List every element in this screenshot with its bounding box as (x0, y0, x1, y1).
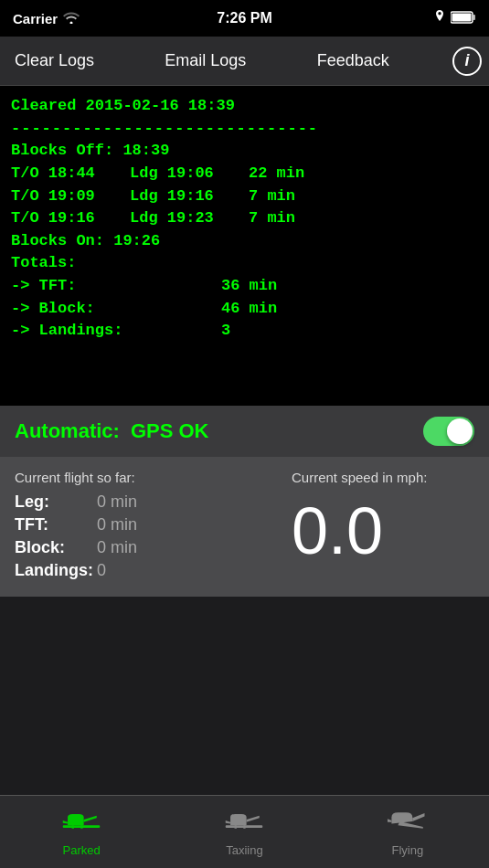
log-ldg-1: Ldg 19:06 (130, 163, 249, 185)
automatic-label: Automatic: (15, 419, 120, 443)
automatic-section: Automatic: GPS OK (0, 406, 489, 457)
clear-logs-button[interactable]: Clear Logs (7, 46, 101, 76)
parked-icon (61, 808, 101, 840)
log-block-value: 46 min (221, 298, 277, 321)
flight-info-section: Current flight so far: Leg: 0 min TFT: 0… (0, 457, 489, 597)
log-tft-row: -> TFT: 36 min (11, 275, 478, 298)
speed-label: Current speed in mph: (292, 470, 427, 485)
landings-label: Landings: (15, 561, 97, 580)
block-value: 0 min (97, 538, 137, 557)
tab-taxiing[interactable]: Taxiing (189, 808, 299, 857)
carrier-text: Carrier (13, 11, 58, 26)
automatic-toggle[interactable] (423, 417, 474, 446)
log-block-row: -> Block: 46 min (11, 298, 478, 321)
wifi-icon (63, 11, 80, 26)
block-label: Block: (15, 538, 97, 557)
log-tft-label: -> TFT: (11, 275, 221, 298)
status-left: Carrier (13, 11, 80, 26)
log-blocks-on: Blocks On: 19:26 (11, 230, 478, 253)
log-to-1: T/O 18:44 (11, 163, 130, 185)
svg-rect-1 (473, 15, 476, 20)
speed-value: 0.0 (292, 498, 383, 564)
log-tft-value: 36 min (221, 275, 277, 298)
svg-rect-8 (244, 825, 247, 829)
landings-row: Landings: 0 (15, 561, 292, 580)
svg-rect-2 (452, 13, 472, 21)
log-line-cleared: Cleared 2015-02-16 18:39 (11, 95, 478, 118)
log-flight-1: T/O 18:44 Ldg 19:06 22 min (11, 163, 478, 185)
svg-rect-7 (235, 825, 238, 829)
tab-parked[interactable]: Parked (27, 808, 136, 857)
tab-taxiing-label: Taxiing (226, 843, 262, 857)
current-flight-label: Current flight so far: (15, 470, 292, 485)
leg-value: 0 min (97, 492, 137, 512)
log-dur-2: 7 min (249, 185, 295, 208)
log-dur-1: 22 min (249, 163, 304, 185)
flight-col-left: Current flight so far: Leg: 0 min TFT: 0… (15, 470, 292, 584)
info-button[interactable]: i (452, 47, 482, 76)
status-bar: Carrier 7:26 PM (0, 0, 489, 37)
tab-flying-label: Flying (391, 843, 423, 857)
status-right (434, 10, 476, 27)
battery-icon (451, 11, 476, 26)
log-landings-value: 3 (221, 320, 230, 343)
log-totals: Totals: (11, 252, 478, 275)
landings-value: 0 (97, 561, 106, 580)
svg-rect-5 (80, 825, 83, 829)
tft-value: 0 min (97, 515, 137, 535)
tab-flying[interactable]: Flying (353, 808, 462, 857)
log-flight-2: T/O 19:09 Ldg 19:16 7 min (11, 185, 478, 208)
log-separator: ------------------------------ (11, 118, 478, 141)
log-flight-3: T/O 19:16 Ldg 19:23 7 min (11, 207, 478, 230)
log-ldg-3: Ldg 19:23 (130, 207, 249, 230)
status-time: 7:26 PM (217, 10, 271, 26)
log-landings-row: -> Landings: 3 (11, 320, 478, 343)
feedback-button[interactable]: Feedback (310, 46, 397, 76)
gps-status-label: GPS OK (131, 419, 209, 443)
tft-label: TFT: (15, 515, 97, 535)
log-area: Cleared 2015-02-16 18:39 ---------------… (0, 86, 489, 406)
tab-parked-label: Parked (63, 843, 101, 857)
toggle-knob (447, 418, 473, 444)
leg-label: Leg: (15, 492, 97, 512)
location-icon (434, 10, 445, 27)
log-dur-3: 7 min (249, 207, 295, 230)
tab-bar: Parked Taxiing (0, 795, 489, 868)
log-landings-label: -> Landings: (11, 320, 221, 343)
log-block-label: -> Block: (11, 298, 221, 321)
flight-col-right: Current speed in mph: 0.0 (292, 470, 474, 584)
leg-row: Leg: 0 min (15, 492, 292, 512)
taxiing-icon (224, 808, 264, 840)
log-to-3: T/O 19:16 (11, 207, 130, 230)
log-blocks-off: Blocks Off: 18:39 (11, 140, 478, 163)
block-row: Block: 0 min (15, 538, 292, 557)
log-ldg-2: Ldg 19:16 (130, 185, 249, 208)
auto-left: Automatic: GPS OK (15, 419, 208, 443)
svg-rect-4 (72, 825, 75, 829)
log-to-2: T/O 19:09 (11, 185, 130, 208)
toolbar: Clear Logs Email Logs Feedback i (0, 37, 489, 86)
tft-row: TFT: 0 min (15, 515, 292, 535)
email-logs-button[interactable]: Email Logs (157, 46, 253, 76)
flying-icon (388, 808, 428, 840)
